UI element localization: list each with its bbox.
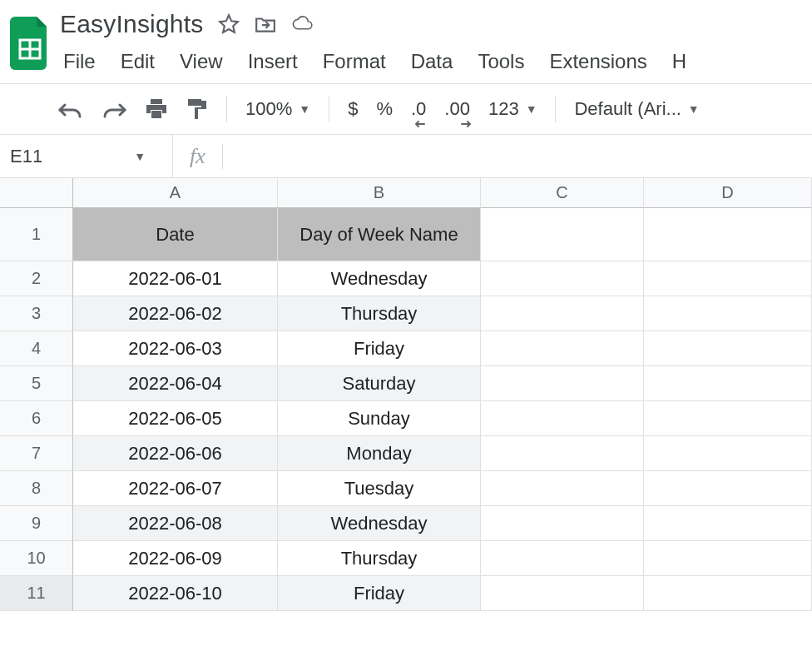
undo-button[interactable] <box>58 100 83 118</box>
col-head-c[interactable]: C <box>481 178 644 208</box>
decrease-decimal-button[interactable]: .0 <box>411 98 426 120</box>
cell[interactable] <box>644 261 812 296</box>
header: EasyInsights File Edit Vie <box>0 0 812 83</box>
chevron-down-icon: ▼ <box>299 102 310 116</box>
menu-file[interactable]: File <box>63 50 96 73</box>
row-head[interactable]: 11 <box>0 576 73 611</box>
svg-rect-4 <box>151 99 162 104</box>
cell[interactable] <box>644 576 812 611</box>
cell[interactable] <box>644 208 812 261</box>
svg-marker-3 <box>220 15 239 32</box>
cell[interactable] <box>644 401 812 436</box>
fx-icon: fx <box>173 144 222 169</box>
sheets-app-icon[interactable] <box>0 10 60 70</box>
chevron-down-icon: ▼ <box>134 150 146 163</box>
cell[interactable]: Wednesday <box>278 261 481 296</box>
cell[interactable] <box>644 366 812 401</box>
cell[interactable]: 2022-06-10 <box>73 576 278 611</box>
cell[interactable]: Wednesday <box>278 506 481 541</box>
cell[interactable]: 2022-06-06 <box>73 436 278 471</box>
cell[interactable] <box>644 541 812 576</box>
cell[interactable]: Date <box>73 208 278 261</box>
font-dropdown[interactable]: Default (Ari... ▼ <box>574 98 699 120</box>
cell[interactable] <box>481 296 644 331</box>
cell[interactable] <box>481 471 644 506</box>
cell[interactable]: Thursday <box>278 296 481 331</box>
cell[interactable]: Thursday <box>278 541 481 576</box>
row-head[interactable]: 9 <box>0 506 73 541</box>
paint-format-button[interactable] <box>186 97 208 121</box>
cell[interactable] <box>481 331 644 366</box>
row-head[interactable]: 10 <box>0 541 73 576</box>
more-formats-label: 123 <box>488 98 519 120</box>
currency-format-button[interactable]: $ <box>348 98 358 120</box>
print-button[interactable] <box>145 98 168 120</box>
chevron-down-icon: ▼ <box>688 102 700 116</box>
cell[interactable] <box>481 366 644 401</box>
row-head[interactable]: 4 <box>0 331 73 366</box>
cell[interactable] <box>644 471 812 506</box>
cell[interactable] <box>481 261 644 296</box>
cell[interactable] <box>481 208 644 261</box>
menu-help[interactable]: H <box>672 50 686 73</box>
menu-insert[interactable]: Insert <box>248 50 298 73</box>
more-formats-dropdown[interactable]: 123 ▼ <box>488 98 537 120</box>
col-head-d[interactable]: D <box>644 178 812 208</box>
col-head-a[interactable]: A <box>73 178 278 208</box>
row-head[interactable]: 8 <box>0 471 73 506</box>
select-all-corner[interactable] <box>0 178 73 208</box>
name-box-value: E11 <box>10 146 42 167</box>
name-box[interactable]: E11 ▼ <box>0 135 173 177</box>
menu-edit[interactable]: Edit <box>121 50 155 73</box>
cell[interactable]: Friday <box>278 576 481 611</box>
menu-format[interactable]: Format <box>323 50 386 73</box>
cell[interactable] <box>644 331 812 366</box>
row-head[interactable]: 7 <box>0 436 73 471</box>
cell[interactable]: 2022-06-02 <box>73 296 278 331</box>
cell[interactable]: 2022-06-04 <box>73 366 278 401</box>
cell[interactable]: Friday <box>278 331 481 366</box>
spreadsheet-grid[interactable]: A B C D 1 Date Day of Week Name 2 2022-0… <box>0 178 812 611</box>
cell[interactable]: Sunday <box>278 401 481 436</box>
cell[interactable]: Tuesday <box>278 471 481 506</box>
redo-button[interactable] <box>102 100 126 118</box>
move-to-folder-icon[interactable] <box>255 13 276 35</box>
cell[interactable] <box>481 541 644 576</box>
row-head[interactable]: 3 <box>0 296 73 331</box>
cell[interactable] <box>644 506 812 541</box>
cell[interactable]: 2022-06-08 <box>73 506 278 541</box>
percent-format-button[interactable]: % <box>376 98 393 120</box>
cell[interactable] <box>644 436 812 471</box>
menu-extensions[interactable]: Extensions <box>549 50 646 73</box>
menu-data[interactable]: Data <box>411 50 453 73</box>
menu-view[interactable]: View <box>180 50 223 73</box>
cell[interactable]: 2022-06-03 <box>73 331 278 366</box>
cell[interactable] <box>481 576 644 611</box>
cell[interactable] <box>481 506 644 541</box>
row-head[interactable]: 5 <box>0 366 73 401</box>
menu-tools[interactable]: Tools <box>478 50 524 73</box>
row-head[interactable]: 1 <box>0 208 73 261</box>
cell[interactable] <box>481 401 644 436</box>
cell[interactable] <box>644 296 812 331</box>
row-head[interactable]: 6 <box>0 401 73 436</box>
cell[interactable]: 2022-06-01 <box>73 261 278 296</box>
cell[interactable]: 2022-06-09 <box>73 541 278 576</box>
cloud-status-icon[interactable] <box>291 13 313 35</box>
col-head-b[interactable]: B <box>278 178 481 208</box>
document-title[interactable]: EasyInsights <box>60 10 203 38</box>
row-head[interactable]: 2 <box>0 261 73 296</box>
svg-rect-5 <box>151 111 161 118</box>
chevron-down-icon: ▼ <box>526 102 537 116</box>
zoom-dropdown[interactable]: 100% ▼ <box>245 98 310 120</box>
increase-decimal-button[interactable]: .00 <box>444 98 470 120</box>
cell[interactable]: Monday <box>278 436 481 471</box>
cell[interactable]: Day of Week Name <box>278 208 481 261</box>
formula-input[interactable] <box>223 135 812 177</box>
svg-rect-6 <box>188 99 201 106</box>
cell[interactable] <box>481 436 644 471</box>
cell[interactable]: Saturday <box>278 366 481 401</box>
cell[interactable]: 2022-06-07 <box>73 471 278 506</box>
star-icon[interactable] <box>218 13 240 35</box>
cell[interactable]: 2022-06-05 <box>73 401 278 436</box>
